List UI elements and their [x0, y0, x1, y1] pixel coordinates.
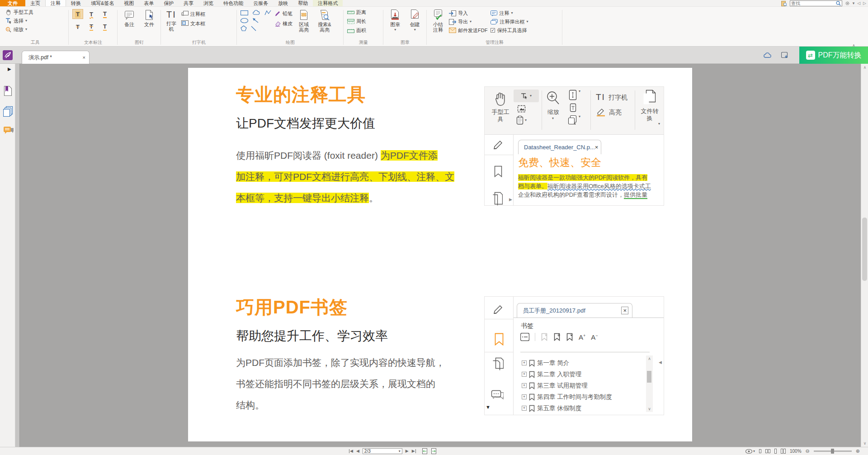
- stamp-button[interactable]: 图章 ▾: [387, 9, 404, 32]
- expand-node-icon[interactable]: +: [522, 406, 527, 411]
- expand-node-icon[interactable]: +: [522, 372, 527, 377]
- email-fdf-button[interactable]: 邮件发送FDF: [449, 27, 487, 33]
- expand-node-icon[interactable]: +: [522, 383, 527, 388]
- pencil-button[interactable]: 铅笔: [274, 10, 292, 17]
- document-view[interactable]: 专业的注释工具 让PDF文档发挥更大价值 使用福昕PDF阅读器 (foxit r…: [20, 64, 861, 447]
- menu-home[interactable]: 主页: [25, 0, 45, 6]
- export-comments-button[interactable]: 导出 ▾: [449, 19, 487, 25]
- create-stamp-button[interactable]: 创建 ▾: [407, 9, 424, 32]
- bookmark-item[interactable]: + 第一章 简介: [522, 357, 612, 369]
- scroll-down-icon[interactable]: ∨: [646, 407, 653, 411]
- gear-caret-icon[interactable]: ▾: [853, 1, 855, 5]
- menu-browse[interactable]: 浏览: [198, 0, 218, 6]
- bookmark-item[interactable]: + 第五章 休假制度: [522, 403, 612, 414]
- polyline-shape-icon[interactable]: [264, 10, 271, 15]
- gear-icon[interactable]: [845, 1, 850, 6]
- callout-button[interactable]: 注释框: [181, 11, 205, 17]
- continuous-layout-button[interactable]: [774, 449, 777, 454]
- vertical-scrollbar[interactable]: ∧ ∨: [861, 64, 868, 447]
- strikeout-text-button[interactable]: T: [72, 22, 83, 32]
- scroll-up-icon[interactable]: ∧: [646, 356, 653, 361]
- document-tab[interactable]: 演示.pdf * ×: [22, 51, 90, 64]
- squiggly-underline-button[interactable]: T: [86, 9, 97, 19]
- comments-panel-icon[interactable]: [3, 126, 14, 137]
- last-page-button[interactable]: ▶: [412, 449, 416, 453]
- next-view-button[interactable]: [431, 448, 437, 454]
- find-input-box[interactable]: [790, 0, 842, 6]
- polygon-shape-icon[interactable]: [241, 25, 247, 31]
- page-number-input[interactable]: 2/3 ▾: [363, 448, 402, 454]
- note-button[interactable]: 备注: [121, 9, 138, 27]
- continuous-facing-layout-button[interactable]: [781, 449, 786, 454]
- bookmark-item[interactable]: + 第四章 工作时间与考勤制度: [522, 391, 612, 403]
- panel-splitter[interactable]: [15, 64, 20, 447]
- comment-panel-button[interactable]: 注释 ▾: [491, 10, 528, 16]
- oval-shape-icon[interactable]: [241, 18, 248, 23]
- menu-protect[interactable]: 保护: [159, 0, 179, 6]
- expand-panel-icon[interactable]: ▶: [8, 66, 11, 71]
- save-download-icon[interactable]: [781, 52, 788, 59]
- search-icon[interactable]: [836, 1, 841, 6]
- bookmark-item[interactable]: + 第三章 试用期管理: [522, 380, 612, 391]
- menu-features[interactable]: 特色功能: [218, 0, 248, 6]
- line-shape-icon[interactable]: [251, 26, 256, 31]
- cloud-shape-icon[interactable]: [252, 10, 260, 15]
- scroll-down-icon[interactable]: ∨: [861, 441, 868, 446]
- perimeter-button[interactable]: 周长: [347, 18, 366, 24]
- insert-text-button[interactable]: T: [99, 22, 110, 32]
- zoom-out-button[interactable]: ⊖: [806, 448, 810, 454]
- hand-tool-button[interactable]: 手型工具: [5, 9, 33, 15]
- expand-node-icon[interactable]: +: [522, 360, 527, 365]
- zoom-slider[interactable]: [814, 450, 852, 452]
- menu-fill-sign[interactable]: 填写&签名: [86, 0, 119, 6]
- search-highlight-button[interactable]: 搜索&高亮: [315, 9, 334, 33]
- pdf-convert-button[interactable]: ⇄ PDF万能转换: [799, 47, 868, 64]
- foxit-logo-icon[interactable]: [3, 50, 13, 60]
- file-attachment-button[interactable]: 文件: [141, 9, 158, 27]
- highlight-text-button[interactable]: T: [72, 9, 83, 19]
- menu-convert[interactable]: 转换: [66, 0, 86, 6]
- textbox-button[interactable]: 文本框: [181, 20, 205, 27]
- replace-text-button[interactable]: T: [86, 22, 97, 32]
- menu-help[interactable]: 帮助: [293, 0, 313, 6]
- underline-text-button[interactable]: T: [99, 9, 110, 19]
- bookmark-item[interactable]: + 第二章 入职管理: [522, 369, 612, 380]
- comment-popup-button[interactable]: 注释弹出框 ▾: [491, 19, 528, 25]
- menu-share[interactable]: 共享: [179, 0, 198, 6]
- summary-comments-button[interactable]: 小结注释: [430, 9, 446, 33]
- close-tab-icon[interactable]: ×: [83, 55, 85, 60]
- eraser-button[interactable]: 橡皮: [274, 20, 292, 27]
- typewriter-button[interactable]: TI 打字机: [165, 9, 178, 32]
- zoom-tool-button[interactable]: 缩放 ▾: [5, 26, 33, 33]
- previous-view-button[interactable]: [422, 448, 428, 454]
- menu-slideshow[interactable]: 放映: [273, 0, 293, 6]
- menu-view[interactable]: 视图: [119, 0, 139, 6]
- scrollbar-thumb[interactable]: [647, 371, 651, 383]
- single-page-layout-button[interactable]: [759, 449, 761, 453]
- view-mode-button[interactable]: ▾: [745, 449, 755, 454]
- select-tool-button[interactable]: 选择 ▾: [5, 18, 33, 24]
- import-comments-button[interactable]: 导入: [449, 10, 487, 16]
- arrow-shape-icon[interactable]: [252, 18, 259, 23]
- bookmarks-panel-icon[interactable]: [3, 85, 12, 96]
- zoom-in-button[interactable]: ⊕: [856, 448, 860, 454]
- rectangle-shape-icon[interactable]: [241, 10, 248, 15]
- next-page-button[interactable]: ▶: [406, 449, 409, 453]
- next-view-chevron-icon[interactable]: ▷: [863, 1, 866, 5]
- keep-tool-selected-checkbox[interactable]: ✓ 保持工具选择: [491, 27, 528, 33]
- zoom-slider-thumb[interactable]: [831, 449, 834, 454]
- cloud-upload-icon[interactable]: [763, 52, 771, 58]
- find-input[interactable]: [791, 1, 836, 6]
- menu-comment[interactable]: 注释: [45, 0, 66, 6]
- first-page-button[interactable]: ◀: [349, 449, 353, 453]
- previous-page-button[interactable]: ◀: [356, 449, 359, 453]
- menu-comment-format[interactable]: 注释格式: [313, 0, 343, 6]
- menu-file[interactable]: 文件: [0, 0, 25, 6]
- scroll-up-icon[interactable]: ∧: [861, 65, 868, 70]
- distance-button[interactable]: 距离: [347, 9, 366, 15]
- area-highlight-button[interactable]: 区域高亮: [296, 9, 312, 33]
- expand-node-icon[interactable]: +: [522, 394, 527, 399]
- menu-form[interactable]: 表单: [139, 0, 159, 6]
- previous-view-chevron-icon[interactable]: ◁: [857, 1, 860, 5]
- zoom-percent-value[interactable]: 100%: [790, 449, 802, 454]
